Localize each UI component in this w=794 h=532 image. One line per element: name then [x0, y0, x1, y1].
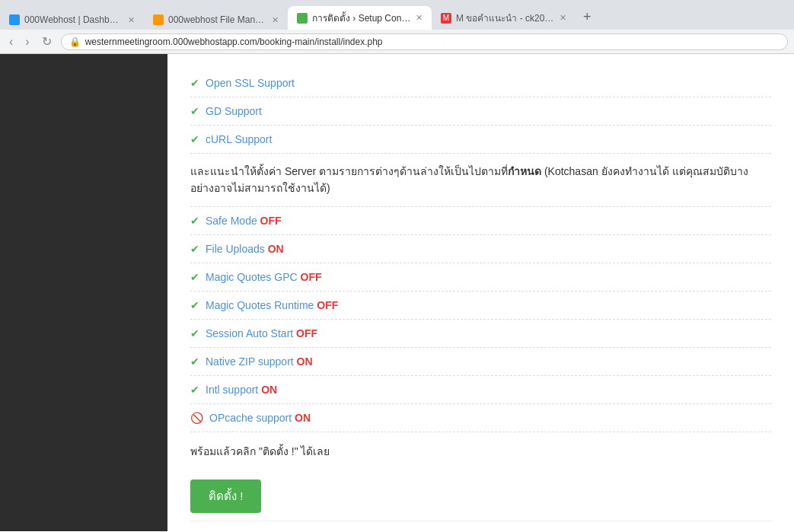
item-label: OPcache support ON: [209, 412, 311, 424]
check-icon: ✔: [190, 105, 199, 117]
tab-favicon-filemanager: [153, 14, 164, 25]
check-item: ✔GD Support: [190, 97, 771, 126]
main-content: ✔Open SSL Support✔GD Support✔cURL Suppor…: [167, 54, 794, 531]
item-label: Intl support ON: [206, 384, 277, 396]
check-item: ✔Safe Mode OFF: [190, 207, 771, 235]
check-item: ✔Magic Quotes Runtime OFF: [190, 291, 771, 320]
url-text: westernmeetingroom.000webhostapp.com/boo…: [85, 37, 383, 47]
description-text: และแนะนำให้ตั้งค่า Server ตามรายการต่างๆ…: [190, 154, 771, 207]
tab-close-dashboard[interactable]: ✕: [128, 15, 135, 25]
tab-favicon-mail: M: [441, 13, 451, 24]
item-label: Session Auto Start OFF: [206, 327, 317, 339]
back-button[interactable]: ‹: [6, 33, 16, 50]
tab-filemanager[interactable]: 000webhost File Manager ✕: [144, 10, 288, 30]
check-item: ✔Intl support ON: [190, 376, 771, 404]
check-item: ✔Session Auto Start OFF: [190, 320, 771, 348]
check-item: 🚫OPcache support ON: [190, 404, 771, 432]
check-item: ✔File Uploads ON: [190, 235, 771, 263]
forward-button[interactable]: ›: [22, 33, 32, 50]
item-label: Magic Quotes GPC OFF: [206, 271, 322, 283]
reload-button[interactable]: ↻: [39, 33, 55, 50]
check-icon: ✔: [190, 133, 199, 145]
check-icon: ✔: [190, 384, 199, 396]
page-wrapper: ✔Open SSL Support✔GD Support✔cURL Suppor…: [0, 54, 794, 531]
tab-label-dashboard: 000Webhost | Dashboard: [24, 14, 123, 25]
item-label: cURL Support: [206, 133, 272, 145]
item-label: Native ZIP support ON: [206, 355, 313, 368]
check-item: ✔Magic Quotes GPC OFF: [190, 263, 771, 291]
tab-label-install: การติดตั้ง › Setup Configuration: [312, 11, 411, 25]
tab-install[interactable]: การติดตั้ง › Setup Configuration ✕: [288, 6, 432, 30]
item-label: Magic Quotes Runtime OFF: [206, 299, 338, 311]
tab-favicon-install: [297, 13, 308, 24]
sidebar: [0, 54, 167, 531]
item-label: Open SSL Support: [206, 77, 295, 89]
block-icon: 🚫: [190, 412, 203, 424]
check-items-container: ✔Open SSL Support✔GD Support✔cURL Suppor…: [190, 69, 771, 432]
tab-bar: 000Webhost | Dashboard ✕ 000webhost File…: [0, 0, 794, 30]
footer-text: Kotchasan สงวนลิขสิทธิ์ ตามพระราชบัญญัติ…: [190, 521, 771, 531]
check-item: ✔cURL Support: [190, 126, 771, 154]
address-bar: ‹ › ↻ 🔒 westernmeetingroom.000webhostapp…: [0, 30, 794, 53]
tab-close-filemanager[interactable]: ✕: [272, 15, 279, 25]
ready-text: พร้อมแล้วคลิก "ติดตั้ง !" ได้เลย: [190, 432, 771, 467]
check-item: ✔Open SSL Support: [190, 69, 771, 97]
item-label: Safe Mode OFF: [206, 215, 282, 227]
check-icon: ✔: [190, 215, 199, 227]
new-tab-button[interactable]: +: [576, 5, 599, 30]
check-icon: ✔: [190, 243, 199, 255]
check-icon: ✔: [190, 355, 199, 368]
secure-icon: 🔒: [69, 37, 81, 47]
check-icon: ✔: [190, 271, 199, 283]
tab-dashboard[interactable]: 000Webhost | Dashboard ✕: [0, 10, 144, 30]
tab-label-filemanager: 000webhost File Manager: [168, 14, 267, 25]
check-icon: ✔: [190, 327, 199, 339]
check-item: ✔Native ZIP support ON: [190, 348, 771, 376]
tab-mail[interactable]: M M ขอคำแนะนำ - ck20server@gmai... ✕: [432, 6, 576, 30]
item-label: GD Support: [206, 105, 262, 117]
item-label: File Uploads ON: [206, 243, 284, 255]
check-icon: ✔: [190, 77, 199, 89]
tab-close-install[interactable]: ✕: [416, 13, 423, 23]
url-box[interactable]: 🔒 westernmeetingroom.000webhostapp.com/b…: [61, 33, 788, 50]
tab-label-mail: M ขอคำแนะนำ - ck20server@gmai...: [456, 11, 555, 25]
browser-chrome: 000Webhost | Dashboard ✕ 000webhost File…: [0, 0, 794, 54]
check-icon: ✔: [190, 299, 199, 311]
tab-close-mail[interactable]: ✕: [560, 13, 566, 23]
install-button[interactable]: ติดตั้ง !: [190, 479, 261, 513]
tab-favicon-dashboard: [9, 14, 20, 25]
